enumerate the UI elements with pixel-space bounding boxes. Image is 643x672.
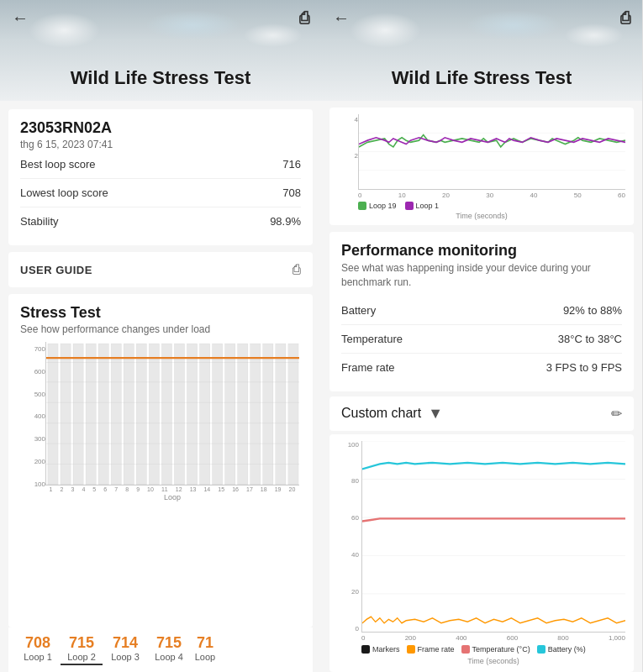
stress-section: Stress Test See how performance changes …: [8, 294, 313, 627]
x-label-9: 9: [136, 486, 140, 492]
svg-rect-14: [136, 344, 146, 485]
y-label-600: 600: [22, 368, 45, 375]
device-info-block: 23053RN02A thg 6 15, 2023 07:41 Best loo…: [8, 109, 313, 245]
svg-rect-25: [276, 344, 286, 485]
stat-value-stability: 98.9%: [270, 215, 301, 228]
svg-rect-18: [187, 344, 197, 485]
loop-label-1: Loop 1: [17, 652, 59, 662]
fr-x-60: 60: [618, 192, 625, 199]
stat-row-best: Best loop score 716: [20, 150, 301, 179]
svg-rect-15: [149, 344, 159, 485]
chart-selector[interactable]: Custom chart ▼ ✏: [329, 396, 634, 431]
stat-label-lowest: Lowest loop score: [20, 186, 108, 199]
share-button-1[interactable]: ⎙: [299, 8, 309, 28]
fr-x-40: 40: [530, 192, 538, 199]
perf-battery-value: 92% to 88%: [563, 304, 622, 317]
svg-rect-10: [86, 344, 96, 485]
fr-x-10: 10: [398, 192, 406, 199]
bl-battery-label: Battery (%): [548, 645, 586, 654]
perf-title: Performance monitoring: [341, 242, 622, 260]
fr-x-labels: 0 10 20 30 40 50 60: [338, 192, 625, 199]
loop-label-2: Loop 2: [61, 652, 103, 665]
by-80: 80: [351, 477, 359, 485]
fr-legend-loop1: Loop 1: [405, 202, 440, 210]
svg-rect-21: [225, 344, 235, 485]
y-label-400: 400: [22, 412, 45, 420]
back-button-2[interactable]: ←: [333, 8, 350, 28]
y-label-100: 100: [22, 480, 45, 488]
bl-battery-dot: [537, 645, 545, 654]
stat-label-best: Best loop score: [20, 158, 96, 171]
svg-rect-8: [61, 344, 71, 485]
back-button-1[interactable]: ←: [12, 8, 29, 28]
bl-framerate: Frame rate: [407, 645, 455, 654]
share-button-2[interactable]: ⎙: [620, 8, 630, 28]
bl-markers: Markers: [361, 645, 400, 654]
fr-legend: Loop 19 Loop 1: [338, 202, 625, 210]
perf-temp-row: Temperature 38°C to 38°C: [341, 325, 622, 354]
svg-rect-12: [111, 344, 121, 485]
dropdown-icon[interactable]: ▼: [428, 405, 443, 423]
x-label-1: 1: [50, 486, 53, 492]
perf-subtitle: See what was happening inside your devic…: [341, 261, 622, 290]
fr-x-0: 0: [358, 192, 361, 199]
x-axis-title: Loop: [45, 493, 299, 501]
bx-800: 800: [557, 634, 568, 642]
bottom-chart-area: Wild Life Stress Test: [361, 441, 625, 633]
svg-rect-20: [213, 344, 223, 485]
x-label-13: 13: [190, 486, 197, 492]
bl-temperature: Temperature (°C): [461, 645, 530, 654]
x-label-16: 16: [232, 486, 239, 492]
stress-title: Stress Test: [20, 304, 301, 322]
bottom-y-axis: 100 80 60 40 20 0: [338, 441, 361, 633]
custom-chart-label: Custom chart: [341, 406, 421, 421]
x-label-15: 15: [218, 486, 224, 492]
svg-rect-17: [174, 344, 184, 485]
page-title-1: Wild Life Stress Test: [0, 67, 321, 89]
y-label-200: 200: [22, 458, 45, 465]
loop-label-4: Loop 4: [148, 652, 190, 662]
fr-legend-loop19-label: Loop 19: [369, 202, 397, 210]
perf-battery-row: Battery 92% to 88%: [341, 297, 622, 325]
stat-value-lowest: 708: [282, 186, 301, 199]
x-label-19: 19: [275, 486, 282, 492]
perf-battery-label: Battery: [341, 304, 376, 317]
edit-icon[interactable]: ✏: [611, 406, 622, 422]
x-label-12: 12: [176, 486, 182, 492]
perf-temp-label: Temperature: [341, 333, 403, 345]
loop-score-4: 715 Loop 4: [148, 634, 190, 665]
x-label-6: 6: [103, 486, 107, 492]
perf-section: Performance monitoring See what was happ…: [329, 232, 634, 391]
svg-rect-26: [288, 344, 298, 485]
fr-x-50: 50: [574, 192, 582, 199]
user-guide-row[interactable]: USER GUIDE ⎙: [8, 252, 313, 287]
by-100: 100: [348, 441, 359, 449]
loop-score-2: 715 Loop 2: [61, 634, 103, 665]
x-label-20: 20: [289, 486, 296, 492]
svg-rect-13: [124, 344, 134, 485]
user-guide-share-icon[interactable]: ⎙: [293, 262, 301, 277]
bottom-chart-block: 100 80 60 40 20 0: [329, 434, 634, 672]
device-id: 23053RN02A: [20, 119, 301, 137]
bl-markers-label: Markers: [372, 645, 400, 654]
fr-x-30: 30: [486, 192, 493, 199]
bottom-legend: Markers Frame rate Temperature (°C) Batt…: [338, 642, 625, 655]
svg-rect-24: [263, 344, 273, 485]
x-label-5: 5: [92, 486, 96, 492]
fr-legend-loop1-label: Loop 1: [416, 202, 440, 210]
chart-selector-left: Custom chart ▼: [341, 405, 443, 423]
header-nav-1: ← ⎙: [0, 8, 321, 28]
bl-temperature-label: Temperature (°C): [472, 645, 530, 654]
bottom-chart-wrapper: 100 80 60 40 20 0: [338, 441, 625, 633]
x-label-14: 14: [203, 486, 210, 492]
bl-battery: Battery (%): [537, 645, 586, 654]
panel-1: ← ⎙ Wild Life Stress Test 23053RN02A thg…: [0, 0, 321, 672]
stat-row-stability: Stability 98.9%: [20, 207, 301, 235]
svg-rect-23: [250, 344, 261, 485]
stress-subtitle: See how performance changes under load: [20, 323, 301, 335]
bl-temperature-dot: [461, 645, 470, 654]
perf-temp-value: 38°C to 38°C: [558, 333, 622, 345]
bottom-chart-svg: [362, 441, 625, 632]
y-label-700: 700: [22, 345, 45, 353]
svg-rect-9: [73, 344, 83, 485]
